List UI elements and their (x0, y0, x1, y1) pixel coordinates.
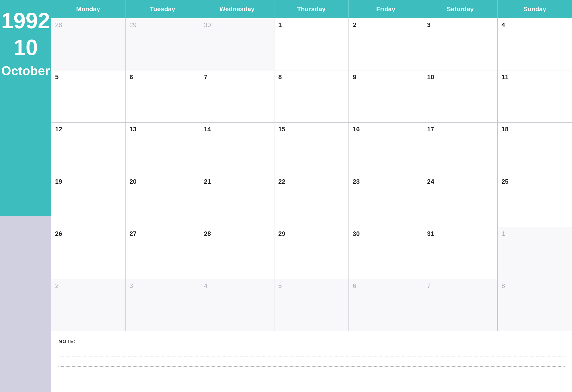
day-cell[interactable]: 28 (51, 18, 126, 70)
day-cell[interactable]: 29 (274, 227, 349, 279)
day-number: 28 (55, 21, 121, 29)
notes-line (59, 377, 565, 387)
day-cell[interactable]: 8 (498, 279, 572, 331)
notes-line (59, 346, 565, 356)
day-cell[interactable]: 29 (126, 18, 200, 70)
day-cell[interactable]: 30 (349, 227, 423, 279)
day-number: 22 (278, 178, 345, 185)
day-number: 7 (204, 73, 270, 81)
day-cell[interactable]: 16 (349, 123, 423, 174)
day-number: 24 (427, 178, 493, 185)
day-number: 15 (278, 125, 345, 133)
day-number: 23 (353, 178, 419, 185)
day-cell[interactable]: 9 (349, 70, 423, 122)
day-cell[interactable]: 24 (423, 175, 497, 227)
day-cell[interactable]: 30 (200, 18, 274, 70)
day-number: 16 (353, 125, 419, 133)
day-number: 1 (278, 21, 345, 29)
notes-lines (59, 346, 565, 387)
day-cell[interactable]: 12 (51, 123, 126, 174)
week-row-4: 2627282930311 (51, 227, 572, 279)
day-cell[interactable]: 14 (200, 123, 274, 174)
day-number: 13 (129, 125, 196, 133)
day-cell[interactable]: 3 (126, 279, 200, 331)
day-number: 19 (55, 178, 121, 185)
notes-line (59, 356, 565, 367)
day-cell[interactable]: 22 (274, 175, 349, 227)
notes-line (59, 367, 565, 377)
day-cell[interactable]: 4 (498, 18, 572, 70)
day-cell[interactable]: 5 (274, 279, 349, 331)
day-number: 5 (55, 73, 121, 81)
day-number: 30 (353, 230, 419, 237)
day-number: 7 (427, 282, 493, 290)
day-number: 14 (204, 125, 270, 133)
day-cell[interactable]: 10 (423, 70, 497, 122)
day-cell[interactable]: 4 (200, 279, 274, 331)
header-day-tuesday: Tuesday (126, 0, 200, 18)
day-number: 1 (502, 230, 568, 237)
day-cell[interactable]: 25 (498, 175, 572, 227)
day-number: 26 (55, 230, 121, 237)
year-display: 1992 (1, 10, 50, 32)
day-cell[interactable]: 11 (498, 70, 572, 122)
week-row-2: 12131415161718 (51, 123, 572, 175)
week-row-0: 2829301234 (51, 18, 572, 70)
day-cell[interactable]: 6 (126, 70, 200, 122)
header-day-thursday: Thursday (274, 0, 349, 18)
day-cell[interactable]: 1 (274, 18, 349, 70)
header-day-monday: Monday (51, 0, 126, 18)
header-day-sunday: Sunday (498, 0, 572, 18)
day-cell[interactable]: 1 (498, 227, 572, 279)
day-number: 10 (427, 73, 493, 81)
day-cell[interactable]: 19 (51, 175, 126, 227)
day-cell[interactable]: 23 (349, 175, 423, 227)
day-number: 6 (353, 282, 419, 290)
header-day-saturday: Saturday (423, 0, 497, 18)
day-cell[interactable]: 15 (274, 123, 349, 174)
day-number: 9 (353, 73, 419, 81)
day-number: 18 (502, 125, 568, 133)
day-cell[interactable]: 3 (423, 18, 497, 70)
day-cell[interactable]: 13 (126, 123, 200, 174)
day-number: 28 (204, 230, 270, 237)
day-number: 27 (129, 230, 196, 237)
calendar-container: 1992 10 October MondayTuesdayWednesdayTh… (0, 0, 572, 392)
day-cell[interactable]: 17 (423, 123, 497, 174)
day-cell[interactable]: 7 (423, 279, 497, 331)
day-number: 30 (204, 21, 270, 29)
month-name-display: October (1, 63, 50, 78)
day-number: 2 (353, 21, 419, 29)
day-cell[interactable]: 21 (200, 175, 274, 227)
day-number: 6 (129, 73, 196, 81)
days-grid: 2829301234567891011121314151617181920212… (51, 18, 572, 331)
day-cell[interactable]: 8 (274, 70, 349, 122)
day-cell[interactable]: 6 (349, 279, 423, 331)
day-cell[interactable]: 5 (51, 70, 126, 122)
day-cell[interactable]: 20 (126, 175, 200, 227)
day-cell[interactable]: 31 (423, 227, 497, 279)
header-day-wednesday: Wednesday (200, 0, 274, 18)
main-content: MondayTuesdayWednesdayThursdayFridaySatu… (51, 0, 572, 392)
calendar-grid: MondayTuesdayWednesdayThursdayFridaySatu… (51, 0, 572, 331)
day-number: 4 (204, 282, 270, 290)
day-number: 20 (129, 178, 196, 185)
day-number: 2 (55, 282, 121, 290)
day-cell[interactable]: 2 (51, 279, 126, 331)
day-cell[interactable]: 26 (51, 227, 126, 279)
day-cell[interactable]: 18 (498, 123, 572, 174)
header-day-friday: Friday (349, 0, 423, 18)
day-cell[interactable]: 7 (200, 70, 274, 122)
day-cell[interactable]: 27 (126, 227, 200, 279)
day-number: 21 (204, 178, 270, 185)
day-number: 8 (278, 73, 345, 81)
day-number: 8 (502, 282, 568, 290)
notes-label: NOTE: (59, 339, 565, 344)
day-number: 29 (278, 230, 345, 237)
day-cell[interactable]: 2 (349, 18, 423, 70)
day-number: 31 (427, 230, 493, 237)
week-row-1: 567891011 (51, 70, 572, 123)
day-cell[interactable]: 28 (200, 227, 274, 279)
day-number: 3 (427, 21, 493, 29)
day-number: 25 (502, 178, 568, 185)
